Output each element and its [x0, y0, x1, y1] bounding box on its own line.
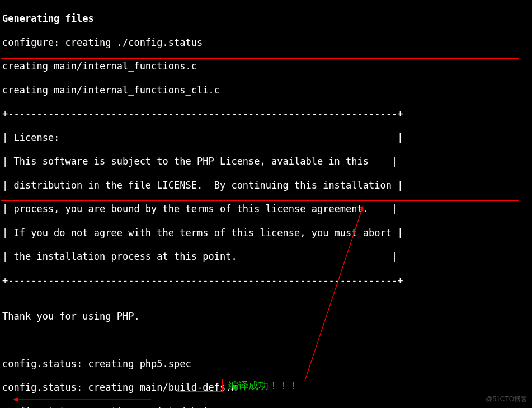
license-line: +---------------------------------------…: [2, 108, 530, 120]
heading-line: Generating files: [2, 13, 530, 25]
pre-line: creating main/internal_functions_cli.c: [2, 85, 530, 96]
license-line: Thank you for using PHP.: [2, 311, 530, 322]
license-line: +---------------------------------------…: [2, 275, 530, 287]
status-line: config.status: creating main/build-defs.…: [2, 382, 530, 393]
pre-line: creating main/internal_functions.c: [2, 60, 530, 72]
license-line: | distribution in the file LICENSE. By c…: [2, 180, 530, 191]
license-line: | If you do not agree with the terms of …: [2, 227, 530, 239]
status-line: config.status: creating scripts/phpize: [2, 406, 530, 409]
license-line: | License: |: [2, 132, 530, 144]
license-line: | This software is subject to the PHP Li…: [2, 156, 530, 167]
license-line: | process, you are bound by the terms of…: [2, 203, 530, 215]
watermark: @51CTO博客: [486, 395, 528, 404]
status-line: config.status: creating php5.spec: [2, 358, 530, 370]
terminal-output[interactable]: Generating files configure: creating ./c…: [0, 0, 532, 408]
pre-line: configure: creating ./config.status: [2, 37, 530, 49]
license-line: | the installation process at this point…: [2, 251, 530, 262]
blank-line: [2, 334, 530, 346]
